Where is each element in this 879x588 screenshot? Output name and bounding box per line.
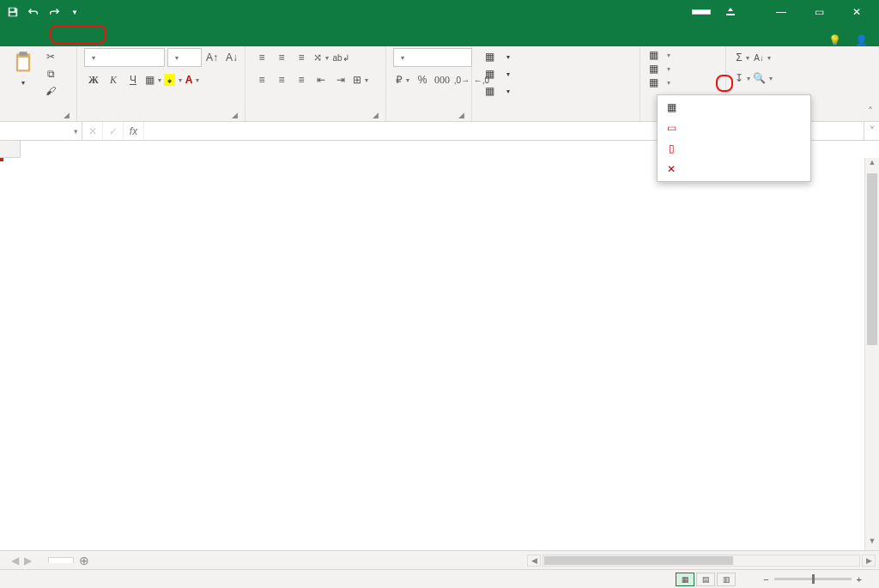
delete-cells-menuitem[interactable]: ▦ <box>658 97 810 118</box>
login-button[interactable] <box>692 9 711 15</box>
clipboard-icon <box>10 50 36 76</box>
normal-view-icon[interactable]: ▦ <box>676 573 694 586</box>
sheet-tab-bar: ◀▶ ⊕ ◀ ▶ <box>0 550 879 569</box>
indent-dec-icon[interactable]: ⇤ <box>312 70 330 89</box>
delete-icon: ▦ <box>649 63 658 75</box>
font-color-icon[interactable]: A <box>183 70 202 89</box>
delete-sheet-menuitem[interactable]: ✕ <box>658 159 810 179</box>
delete-rows-icon: ▭ <box>664 121 678 135</box>
page-break-icon[interactable]: ▥ <box>717 573 736 586</box>
shrink-font-icon[interactable]: A↓ <box>222 48 241 67</box>
copy-icon[interactable]: ⧉ <box>41 65 60 82</box>
align-center-icon[interactable]: ≡ <box>272 70 291 89</box>
cancel-icon[interactable]: ✕ <box>82 122 103 140</box>
dialog-launcher-icon[interactable]: ◢ <box>458 111 464 119</box>
autosum-icon[interactable]: Σ <box>733 48 752 67</box>
dialog-launcher-icon[interactable]: ◢ <box>64 111 70 119</box>
grow-font-icon[interactable]: A↑ <box>203 48 221 67</box>
delete-cells-button[interactable]: ▦▾ <box>647 62 672 76</box>
insert-icon: ▦ <box>649 49 658 61</box>
close-icon[interactable]: ✕ <box>838 6 876 18</box>
svg-rect-0 <box>10 9 15 12</box>
svg-rect-2 <box>726 14 735 15</box>
align-right-icon[interactable]: ≡ <box>292 70 311 89</box>
delete-rows-menuitem[interactable]: ▭ <box>658 118 810 138</box>
svg-rect-4 <box>19 52 27 56</box>
collapse-ribbon-icon[interactable]: ˄ <box>862 46 879 121</box>
merge-icon[interactable]: ⊞ <box>351 70 370 89</box>
format-table-button[interactable]: ▦▾ <box>479 65 513 82</box>
redo-icon[interactable] <box>45 3 64 21</box>
ribbon-tabs: 💡 👤 <box>0 24 879 46</box>
orientation-icon[interactable]: ⤭ <box>312 48 330 67</box>
italic-icon[interactable]: К <box>104 70 123 89</box>
delete-dropdown-menu: ▦ ▭ ▯ ✕ <box>657 94 811 182</box>
find-icon[interactable]: 🔍 <box>753 69 772 88</box>
percent-icon[interactable]: % <box>413 70 432 89</box>
maximize-icon[interactable]: ▭ <box>800 6 838 18</box>
insert-cells-button[interactable]: ▦▾ <box>647 48 672 62</box>
bold-icon[interactable]: Ж <box>84 70 103 89</box>
cut-icon[interactable]: ✂ <box>41 48 60 65</box>
align-left-icon[interactable]: ≡ <box>252 70 271 89</box>
cell-styles-button[interactable]: ▦▾ <box>479 82 513 100</box>
name-box[interactable]: ▾ <box>0 122 82 140</box>
align-bottom-icon[interactable]: ≡ <box>292 48 311 67</box>
status-bar: ▦ ▤ ▥ − + <box>0 569 879 588</box>
selection-highlight <box>0 158 3 161</box>
paste-button[interactable]: ▾ <box>7 48 39 88</box>
fill-color-icon[interactable]: ⬥ <box>163 70 182 89</box>
fill-icon[interactable]: ↧ <box>733 69 752 88</box>
zoom-out-icon[interactable]: − <box>763 574 768 585</box>
expand-formula-icon[interactable]: ˅ <box>864 122 879 140</box>
format-painter-icon[interactable]: 🖌 <box>41 82 60 100</box>
currency-icon[interactable]: ₽ <box>393 70 412 89</box>
cond-format-icon: ▦ <box>482 50 496 64</box>
format-cells-button[interactable]: ▦▾ <box>647 76 672 89</box>
zoom-in-icon[interactable]: + <box>857 574 862 585</box>
number-format-select[interactable] <box>393 48 472 67</box>
sheet-nav[interactable]: ◀▶ <box>0 555 43 567</box>
comma-icon[interactable]: 000 <box>433 70 452 89</box>
page-layout-icon[interactable]: ▤ <box>696 573 715 586</box>
bulb-icon: 💡 <box>828 34 841 46</box>
dialog-launcher-icon[interactable]: ◢ <box>232 111 238 119</box>
save-icon[interactable] <box>3 3 22 21</box>
sort-icon[interactable]: A↓ <box>753 48 772 67</box>
tell-me[interactable]: 💡 <box>828 34 846 46</box>
delete-cells-icon: ▦ <box>664 100 678 114</box>
font-name-select[interactable] <box>84 48 165 67</box>
inc-decimal-icon[interactable]: ,0→ <box>452 70 471 89</box>
delete-sheet-icon: ✕ <box>664 162 678 176</box>
border-icon[interactable]: ▦ <box>143 70 162 89</box>
vertical-scrollbar[interactable]: ▲ ▼ <box>864 158 879 550</box>
spreadsheet-grid[interactable]: ▲ ▼ <box>0 141 879 550</box>
sheet-tab[interactable] <box>48 557 74 563</box>
share-icon: 👤 <box>855 34 868 46</box>
ribbon-options-icon[interactable] <box>724 6 762 18</box>
delete-cols-icon: ▯ <box>664 142 678 155</box>
zoom-control[interactable]: − + <box>763 574 872 585</box>
dialog-launcher-icon[interactable]: ◢ <box>373 111 379 119</box>
wrap-text-icon[interactable]: ab↲ <box>331 48 350 67</box>
underline-icon[interactable]: Ч <box>124 70 142 89</box>
minimize-icon[interactable]: — <box>762 6 800 18</box>
cond-format-button[interactable]: ▦▾ <box>479 48 513 65</box>
format-icon: ▦ <box>649 76 658 88</box>
fx-icon[interactable]: fx <box>124 122 144 140</box>
select-all-corner[interactable] <box>0 141 21 158</box>
align-middle-icon[interactable]: ≡ <box>272 48 291 67</box>
font-size-select[interactable] <box>167 48 202 67</box>
enter-icon[interactable]: ✓ <box>103 122 124 140</box>
svg-rect-1 <box>10 13 16 16</box>
delete-cols-menuitem[interactable]: ▯ <box>658 138 810 159</box>
undo-icon[interactable] <box>24 3 43 21</box>
indent-inc-icon[interactable]: ⇥ <box>331 70 350 89</box>
qat-customize-icon[interactable]: ▼ <box>65 3 84 21</box>
add-sheet-icon[interactable]: ⊕ <box>74 554 94 567</box>
horizontal-scrollbar[interactable]: ◀ ▶ <box>94 555 879 567</box>
title-bar: ▼ — ▭ ✕ <box>0 0 879 24</box>
share-button[interactable]: 👤 <box>855 34 872 46</box>
align-top-icon[interactable]: ≡ <box>252 48 271 67</box>
svg-rect-5 <box>18 58 28 70</box>
